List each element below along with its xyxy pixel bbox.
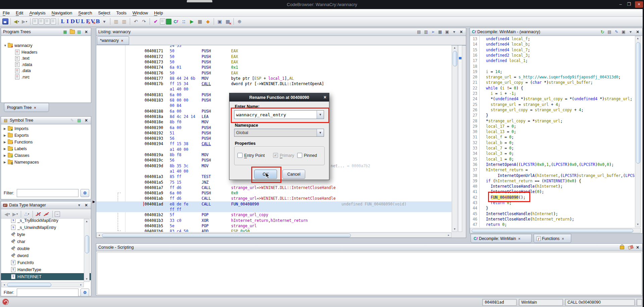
decompile-line-34[interactable]: 34 local_3 = 0;: [470, 151, 635, 156]
symbol-tree-item-exports[interactable]: ▶Exports: [4, 133, 29, 138]
toolbar-letter-i-icon[interactable]: I: [65, 18, 70, 24]
edit-icon[interactable]: ✎: [614, 29, 619, 35]
symbol-tree-item-imports[interactable]: ▶▲Imports: [4, 126, 29, 131]
listing-row-00408171[interactable]: 0040817150PUSHEAX: [96, 48, 451, 54]
listing-row[interactable]: ff ff: [96, 207, 451, 212]
unchecked-checkbox-icon[interactable]: [237, 153, 243, 158]
dtm-item-byte[interactable]: byte: [1, 231, 91, 238]
expander-icon[interactable]: ▶: [4, 147, 7, 150]
clear-icon[interactable]: ▥: [120, 18, 128, 25]
menu-select[interactable]: Select: [98, 10, 110, 15]
listing-row[interactable]: a1 40 00: [96, 86, 451, 92]
dtm-collapse-all-icon[interactable]: −: [55, 211, 60, 217]
listing-row-004081b5[interactable]: 004081b55ePOPstrange_url: [96, 223, 451, 229]
expander-icon[interactable]: ▶: [4, 154, 7, 157]
new-tree-icon[interactable]: ▦: [62, 29, 68, 35]
dtm-horizontal-scrollbar[interactable]: ◂ ▸: [1, 282, 84, 287]
decompile-line-21[interactable]: 21 strange_url_copy = (char *)strange_ur…: [470, 80, 635, 85]
close-panel-icon[interactable]: ×: [635, 245, 640, 250]
listing-row-00408177[interactable]: 0040817788 44 24 6bMOVbyte ptr [ESP + lo…: [96, 76, 451, 81]
function-name-value[interactable]: wannacry_real_entry: [234, 112, 317, 117]
decompile-horizontal-scrollbar[interactable]: [470, 228, 641, 233]
combo-dropdown-icon[interactable]: ▼: [317, 111, 324, 119]
cancel-button[interactable]: Cancel: [282, 170, 305, 179]
minimize-button[interactable]: –: [616, 1, 625, 8]
export-icon[interactable]: ▤: [76, 29, 82, 35]
nav-back-icon[interactable]: ◀▾: [13, 18, 20, 25]
toolbar-letter-v-icon[interactable]: V: [90, 18, 95, 24]
dtm-forward-icon[interactable]: ▶▾: [11, 210, 19, 218]
decompile-body[interactable]: 13 undefined4 local_f;14 undefined4 loca…: [470, 36, 635, 227]
tab-decompile-winmain[interactable]: Cf Decompile: WinMain ×: [471, 234, 532, 243]
disassemble-icon[interactable]: ▥: [112, 18, 120, 25]
expander-icon[interactable]: ▼: [4, 44, 7, 47]
graph-icon[interactable]: ::: [180, 18, 187, 25]
menu-analysis[interactable]: Analysis: [29, 10, 45, 15]
function-name-combobox[interactable]: wannacry_real_entry ▼: [234, 110, 324, 119]
tab-close-icon[interactable]: ×: [121, 39, 123, 43]
unchecked-checkbox-icon[interactable]: [297, 153, 302, 158]
camera-icon[interactable]: ▣: [444, 29, 450, 35]
copy-icon[interactable]: [45, 18, 50, 24]
decompile-line-39[interactable]: 39 if (hInternet_return == (HINTERNET)0x…: [470, 178, 635, 184]
decompile-line-43[interactable]: 43 return 0;: [470, 200, 635, 205]
namespace-combobox[interactable]: Global ▼: [234, 129, 324, 137]
checkbox-pinned[interactable]: Pinned: [297, 153, 317, 158]
decompile-line-29[interactable]: 29 local_17 = 0;: [470, 124, 635, 129]
checkpoint-icon[interactable]: ◆: [204, 18, 212, 25]
run-script-icon[interactable]: ▶: [188, 18, 196, 25]
toolbar-letter-d-icon[interactable]: D: [70, 18, 75, 24]
listing-row-004081b6[interactable]: 004081b683 c4 50ADDESP,0x50: [96, 229, 451, 232]
decompile-line-40[interactable]: 40 InternetCloseHandle(hInternet);: [470, 184, 635, 189]
close-panel-icon[interactable]: ×: [635, 29, 640, 35]
decompile-line-16[interactable]: 16 undefined2 local_3;: [470, 53, 635, 58]
decompile-line-38[interactable]: 38 InternetOpenUrlA(hInternet,(LPCSTR)st…: [470, 173, 635, 178]
memory-map-icon[interactable]: [166, 19, 171, 24]
tab-close-icon[interactable]: ×: [518, 237, 520, 241]
tree-item-rsrc[interactable]: .rsrc: [15, 74, 30, 79]
close-panel-icon[interactable]: ×: [459, 29, 464, 35]
dtm-filter-input[interactable]: [17, 289, 78, 297]
close-panel-icon[interactable]: ×: [84, 29, 89, 35]
duplicate-icon[interactable]: [51, 18, 56, 24]
menu-help[interactable]: Help: [154, 10, 163, 15]
decompile-line-31[interactable]: 31 local_f = 0;: [470, 134, 635, 140]
decompile-line-20[interactable]: 20 strange_url = s_http://www.iuqerfsodp…: [470, 74, 635, 80]
decompile-line-26[interactable]: 26 strange_url_copy = strange_url_copy +…: [470, 107, 635, 113]
dtm-item-char[interactable]: char: [1, 238, 91, 245]
camera-icon[interactable]: ▣: [621, 29, 626, 35]
save-icon[interactable]: [2, 18, 8, 24]
tab-wannacry[interactable]: *wannacry ×: [97, 36, 129, 45]
menu-file[interactable]: File: [3, 10, 10, 15]
decompile-line-42[interactable]: 42 FUN_00408090();: [470, 195, 635, 200]
paste-icon[interactable]: [39, 18, 44, 24]
decompile-line-27[interactable]: 27 }: [470, 113, 635, 118]
dialog-close-icon[interactable]: ×: [324, 95, 326, 100]
dropdown-icon[interactable]: ▾: [628, 29, 633, 35]
decompile-vertical-scrollbar[interactable]: ▲ ▼: [635, 36, 641, 227]
decompile-line-13[interactable]: 13 undefined4 local_f;: [470, 36, 635, 42]
console-output[interactable]: [97, 252, 642, 295]
memory-icon[interactable]: ▦: [196, 18, 204, 25]
dtm-vertical-scrollbar[interactable]: ▲ ▼: [84, 219, 90, 282]
decompile-line-41[interactable]: 41 InternetCloseHandle(0);: [470, 189, 635, 194]
tree-item-wannacry[interactable]: ▼➤wannacry: [4, 43, 33, 48]
decompile-line-45[interactable]: 45 InternetCloseHandle(hInternet);: [470, 211, 635, 217]
listing-overview-margin[interactable]: [458, 45, 462, 232]
menu-window[interactable]: Window: [132, 10, 148, 15]
dialog-title-bar[interactable]: Rename Function at 00408090 ×: [229, 93, 329, 102]
symbol-tree-item-classes[interactable]: ▶CClasses: [4, 153, 29, 158]
dtm-filter-arrays-icon[interactable]: N: [35, 210, 42, 218]
listing-row-00408176[interactable]: 0040817650PUSHEAX: [96, 70, 451, 76]
expander-icon[interactable]: ▶: [4, 134, 7, 137]
expander-icon[interactable]: ▶: [4, 127, 7, 130]
paste-icon[interactable]: ▥: [423, 29, 429, 35]
dropdown-icon[interactable]: ▾: [451, 29, 457, 35]
listing-row-00408173[interactable]: 0040817350PUSHEAX: [96, 59, 451, 65]
listing-row-004081a7[interactable]: 004081a7ff d6CALLstrange_url=>WININET.DL…: [96, 185, 451, 190]
decompiler-icon[interactable]: Cf: [172, 18, 179, 25]
decompile-line-18[interactable]: 18: [470, 64, 635, 69]
tree-item-text[interactable]: .text: [15, 56, 30, 61]
toolbar-letter-l-icon[interactable]: L: [80, 18, 85, 24]
decompile-line-17[interactable]: 17 undefined local_1;: [470, 58, 635, 63]
